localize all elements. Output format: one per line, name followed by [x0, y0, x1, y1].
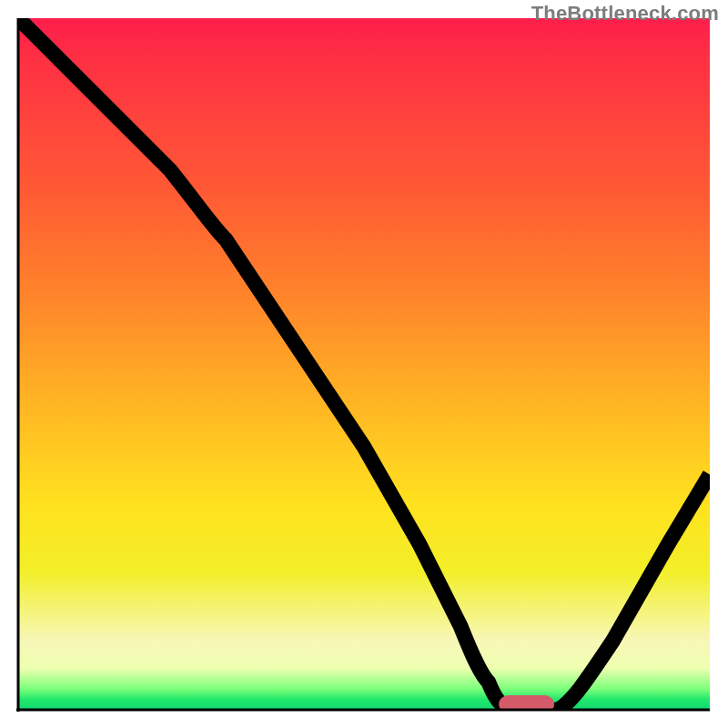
watermark-text: TheBottleneck.com	[531, 2, 719, 25]
axes	[0, 0, 728, 728]
bottleneck-chart: TheBottleneck.com	[0, 0, 728, 728]
